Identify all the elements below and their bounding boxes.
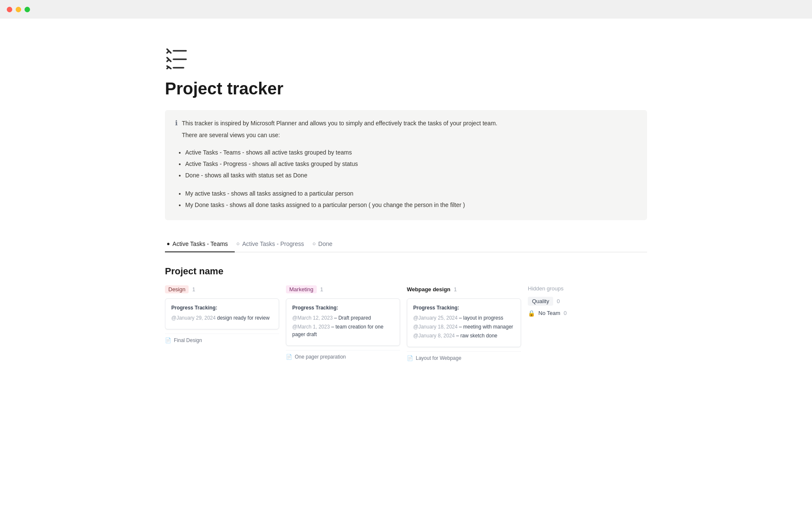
card-entry-marketing-0: @March 12, 2023 – Draft prepared	[292, 314, 394, 322]
card-footer-label-marketing: One pager preparation	[295, 354, 346, 360]
card-footer-label-design: Final Design	[174, 337, 202, 343]
tag-marketing: Marketing	[286, 285, 317, 293]
card-entry-design-0: @January 29, 2024 design ready for revie…	[171, 314, 273, 322]
page-content: Project tracker ℹ This tracker is inspir…	[131, 19, 681, 395]
card-footer-marketing: 📄 One pager preparation	[286, 350, 400, 360]
info-bullet-list: Active Tasks - Teams - shows all active …	[175, 147, 637, 181]
column-header-marketing: Marketing 1	[286, 285, 400, 293]
card-label-design: Progress Tracking:	[171, 305, 273, 311]
column-count-marketing: 1	[320, 286, 323, 293]
tab-icon-progress: ○	[236, 240, 240, 247]
svg-line-4	[167, 60, 169, 61]
list-item: My Done tasks - shows all done tasks ass…	[185, 200, 637, 210]
label-no-team: No Team	[538, 310, 560, 316]
hidden-groups-column: Hidden groups Quality 0 🔒 No Team 0	[528, 285, 612, 317]
svg-line-7	[167, 67, 169, 69]
column-count-webpage: 1	[454, 286, 457, 293]
column-count-design: 1	[192, 286, 195, 293]
card-design[interactable]: Progress Tracking: @January 29, 2024 des…	[165, 298, 279, 329]
tab-icon-done: ○	[313, 240, 316, 247]
info-icon: ℹ	[175, 119, 178, 127]
hidden-group-no-team: 🔒 No Team 0	[528, 310, 612, 317]
list-item: Active Tasks - Teams - shows all active …	[185, 147, 637, 158]
tab-active-tasks-teams[interactable]: ● Active Tasks - Teams	[165, 237, 235, 252]
hidden-groups-title: Hidden groups	[528, 285, 612, 292]
info-box: ℹ This tracker is inspired by Microsoft …	[165, 110, 647, 220]
tag-quality: Quality	[528, 297, 553, 306]
hidden-group-quality: Quality 0	[528, 297, 612, 306]
card-entry-webpage-0: @January 25, 2024 – layout in progress	[413, 314, 515, 322]
columns-container: Design 1 Progress Tracking: @January 29,…	[165, 285, 647, 361]
info-subtext: There are several views you can use:	[182, 130, 497, 141]
column-header-webpage: Webpage design 1	[407, 285, 521, 293]
maximize-button[interactable]	[25, 7, 30, 12]
list-item: Active Tasks - Progress - shows all acti…	[185, 159, 637, 169]
tabs-bar: ● Active Tasks - Teams ○ Active Tasks - …	[165, 237, 647, 252]
card-entry-webpage-2: @January 8, 2024 – raw sketch done	[413, 332, 515, 340]
column-header-design: Design 1	[165, 285, 279, 293]
count-no-team: 0	[564, 310, 567, 316]
card-webpage[interactable]: Progress Tracking: @January 25, 2024 – l…	[407, 298, 521, 347]
card-label-marketing: Progress Tracking:	[292, 305, 394, 311]
column-webpage: Webpage design 1 Progress Tracking: @Jan…	[407, 285, 521, 361]
info-extra-list: My active tasks - shows all tasks assign…	[175, 188, 637, 210]
count-quality: 0	[557, 298, 560, 304]
card-entry-marketing-1: @March 1, 2023 – team creation for one p…	[292, 323, 394, 338]
list-item: My active tasks - shows all tasks assign…	[185, 188, 637, 199]
tab-icon-teams: ●	[167, 240, 170, 247]
card-footer-webpage: 📄 Layout for Webpage	[407, 351, 521, 361]
column-design: Design 1 Progress Tracking: @January 29,…	[165, 285, 279, 343]
info-intro: This tracker is inspired by Microsoft Pl…	[182, 119, 497, 129]
file-icon-marketing: 📄	[286, 354, 292, 360]
tab-done[interactable]: ○ Done	[311, 237, 339, 252]
card-entry-webpage-1: @January 18, 2024 – meeting with manager	[413, 323, 515, 331]
section-title: Project name	[165, 266, 647, 277]
file-icon-design: 📄	[165, 337, 171, 343]
column-marketing: Marketing 1 Progress Tracking: @March 12…	[286, 285, 400, 360]
list-item: Done - shows all tasks with status set a…	[185, 170, 637, 181]
card-marketing[interactable]: Progress Tracking: @March 12, 2023 – Dra…	[286, 298, 400, 346]
titlebar	[0, 0, 812, 19]
app-logo-icon	[165, 44, 647, 71]
no-team-icon: 🔒	[528, 310, 535, 317]
minimize-button[interactable]	[16, 7, 21, 12]
tab-active-tasks-progress[interactable]: ○ Active Tasks - Progress	[235, 237, 311, 252]
page-title: Project tracker	[165, 79, 647, 98]
svg-line-1	[167, 51, 169, 53]
card-label-webpage: Progress Tracking:	[413, 305, 515, 311]
file-icon-webpage: 📄	[407, 355, 413, 361]
tag-webpage: Webpage design	[407, 285, 450, 293]
card-footer-design: 📄 Final Design	[165, 334, 279, 343]
card-footer-label-webpage: Layout for Webpage	[416, 355, 461, 361]
close-button[interactable]	[7, 7, 12, 12]
tag-design: Design	[165, 285, 189, 293]
